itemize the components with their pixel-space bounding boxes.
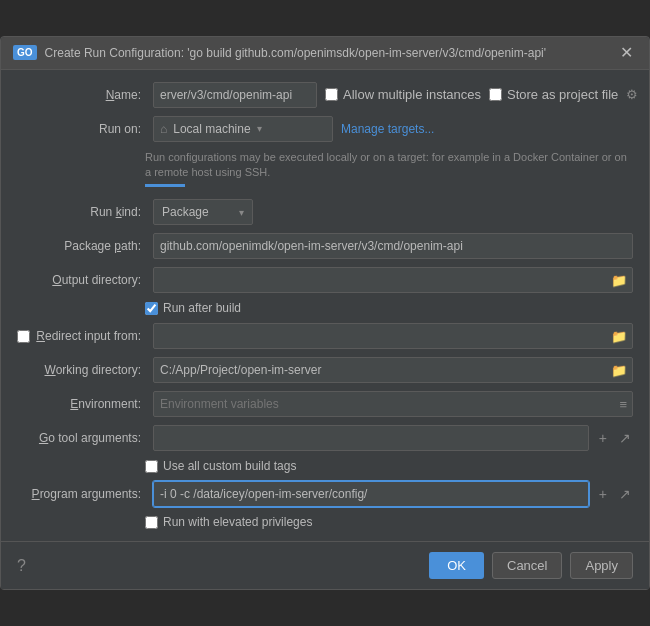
output-dir-label: Output directory: bbox=[17, 273, 145, 287]
run-on-value: Local machine bbox=[173, 122, 250, 136]
redirect-input-wrapper: 📁 bbox=[153, 323, 633, 349]
help-icon[interactable]: ? bbox=[17, 557, 26, 575]
redirect-input-checkbox[interactable] bbox=[17, 330, 30, 343]
apply-button[interactable]: Apply bbox=[570, 552, 633, 579]
name-input[interactable] bbox=[153, 82, 317, 108]
section-divider bbox=[145, 184, 185, 187]
hint-text: Run configurations may be executed local… bbox=[145, 150, 633, 181]
program-args-input[interactable] bbox=[153, 481, 589, 507]
store-project-label[interactable]: Store as project file bbox=[489, 87, 618, 102]
elevated-label[interactable]: Run with elevated privileges bbox=[145, 515, 312, 529]
dialog-title: Create Run Configuration: 'go build gith… bbox=[45, 46, 547, 60]
run-after-build-label[interactable]: Run after build bbox=[145, 301, 241, 315]
run-kind-row: Run kind: Package ▾ bbox=[17, 199, 633, 225]
chevron-down-icon: ▾ bbox=[257, 123, 262, 134]
run-configuration-dialog: GO Create Run Configuration: 'go build g… bbox=[0, 36, 650, 591]
program-args-expand-button[interactable]: ↗ bbox=[617, 484, 633, 504]
elevated-checkbox[interactable] bbox=[145, 516, 158, 529]
cancel-button[interactable]: Cancel bbox=[492, 552, 562, 579]
run-after-build-text: Run after build bbox=[163, 301, 241, 315]
folder-icon[interactable]: 📁 bbox=[611, 363, 627, 378]
redirect-input-field[interactable] bbox=[153, 323, 633, 349]
run-after-build-checkbox[interactable] bbox=[145, 302, 158, 315]
working-dir-input[interactable] bbox=[153, 357, 633, 383]
environment-input[interactable] bbox=[153, 391, 633, 417]
run-kind-value: Package bbox=[162, 205, 209, 219]
close-button[interactable]: ✕ bbox=[616, 45, 637, 61]
environment-input-wrapper: ≡ bbox=[153, 391, 633, 417]
list-icon[interactable]: ≡ bbox=[619, 397, 627, 412]
custom-tags-row: Use all custom build tags bbox=[145, 459, 633, 473]
redirect-spacer: Redirect input from: bbox=[17, 329, 145, 343]
program-args-label: Program arguments: bbox=[17, 487, 145, 501]
go-badge: GO bbox=[13, 45, 37, 60]
folder-icon[interactable]: 📁 bbox=[611, 329, 627, 344]
environment-row: Environment: ≡ bbox=[17, 391, 633, 417]
program-args-plus-button[interactable]: + bbox=[597, 484, 609, 504]
chevron-down-icon: ▾ bbox=[239, 207, 244, 218]
title-bar-left: GO Create Run Configuration: 'go build g… bbox=[13, 45, 546, 60]
package-path-label: Package path: bbox=[17, 239, 145, 253]
package-path-row: Package path: bbox=[17, 233, 633, 259]
working-dir-row: Working directory: 📁 bbox=[17, 357, 633, 383]
go-tool-expand-button[interactable]: + bbox=[597, 428, 609, 448]
working-dir-input-wrapper: 📁 bbox=[153, 357, 633, 383]
custom-tags-label[interactable]: Use all custom build tags bbox=[145, 459, 296, 473]
run-kind-dropdown[interactable]: Package ▾ bbox=[153, 199, 253, 225]
home-icon: ⌂ bbox=[160, 122, 167, 136]
ok-button[interactable]: OK bbox=[429, 552, 484, 579]
output-dir-input[interactable] bbox=[153, 267, 633, 293]
elevated-text: Run with elevated privileges bbox=[163, 515, 312, 529]
working-dir-label: Working directory: bbox=[17, 363, 145, 377]
name-label: Name: bbox=[17, 88, 145, 102]
output-dir-input-wrapper: 📁 bbox=[153, 267, 633, 293]
output-dir-row: Output directory: 📁 bbox=[17, 267, 633, 293]
title-bar: GO Create Run Configuration: 'go build g… bbox=[1, 37, 649, 70]
dialog-footer: ? OK Cancel Apply bbox=[1, 541, 649, 589]
manage-targets-link[interactable]: Manage targets... bbox=[341, 122, 434, 136]
name-row: Name: Allow multiple instances Store as … bbox=[17, 82, 633, 108]
run-kind-label: Run kind: bbox=[17, 205, 145, 219]
run-on-label: Run on: bbox=[17, 122, 145, 136]
allow-multiple-checkbox[interactable] bbox=[325, 88, 338, 101]
gear-icon[interactable]: ⚙ bbox=[626, 87, 638, 102]
store-project-checkbox[interactable] bbox=[489, 88, 502, 101]
folder-icon[interactable]: 📁 bbox=[611, 273, 627, 288]
elevated-row: Run with elevated privileges bbox=[145, 515, 633, 529]
redirect-input-row: Redirect input from: 📁 bbox=[17, 323, 633, 349]
program-args-row: Program arguments: + ↗ bbox=[17, 481, 633, 507]
environment-label: Environment: bbox=[17, 397, 145, 411]
allow-multiple-label[interactable]: Allow multiple instances bbox=[325, 87, 481, 102]
run-on-row: Run on: ⌂ Local machine ▾ Manage targets… bbox=[17, 116, 633, 142]
go-tool-args-row: Go tool arguments: + ↗ bbox=[17, 425, 633, 451]
custom-tags-checkbox[interactable] bbox=[145, 460, 158, 473]
go-tool-args-label: Go tool arguments: bbox=[17, 431, 145, 445]
package-path-input[interactable] bbox=[153, 233, 633, 259]
custom-tags-text: Use all custom build tags bbox=[163, 459, 296, 473]
run-after-build-row: Run after build bbox=[145, 301, 633, 315]
go-tool-expand-icon-button[interactable]: ↗ bbox=[617, 428, 633, 448]
redirect-input-label: Redirect input from: bbox=[36, 329, 141, 343]
footer-buttons: OK Cancel Apply bbox=[429, 552, 633, 579]
run-on-dropdown[interactable]: ⌂ Local machine ▾ bbox=[153, 116, 333, 142]
dialog-content: Name: Allow multiple instances Store as … bbox=[1, 70, 649, 542]
go-tool-args-input[interactable] bbox=[153, 425, 589, 451]
